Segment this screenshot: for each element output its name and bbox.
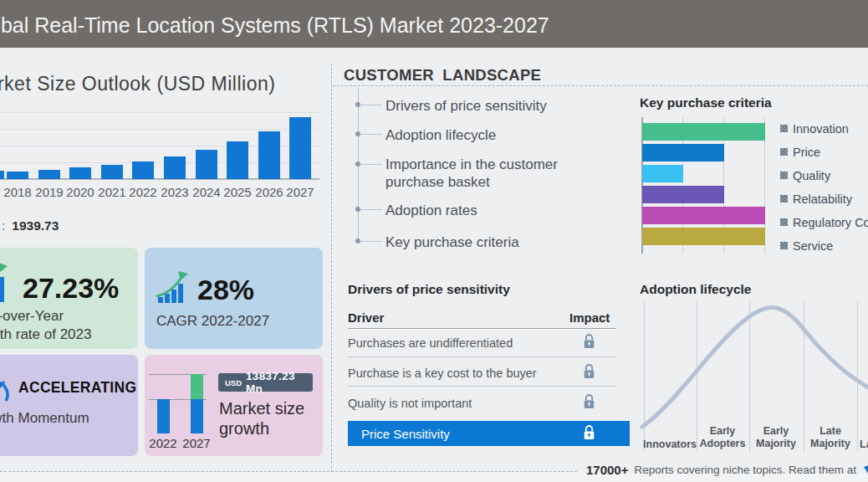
hbar-innovation — [642, 123, 765, 141]
bar-2022 — [132, 162, 154, 179]
bar-2026 — [258, 131, 280, 179]
cagr-value: 28% — [197, 274, 254, 306]
annotation-value: 1939.73 — [12, 218, 59, 233]
landscape-item: Adoption rates — [385, 202, 477, 219]
yoy-caption: Year-over-Year growth rate of 2023 — [0, 307, 103, 344]
legend-label: Regulatory Compliance — [793, 216, 868, 229]
badge-value: 13837.23 Mn — [246, 370, 313, 395]
bar-icon-fragment — [0, 277, 4, 302]
hbar-price — [642, 144, 724, 162]
connector-branch — [360, 209, 382, 210]
year-tick: 2024 — [190, 185, 223, 199]
hbar-quality — [642, 165, 683, 182]
criteria-heading: Key purchase criteria — [640, 95, 772, 110]
legend-swatch-icon — [780, 125, 788, 132]
table-row: Purchase is a key cost to the buyer — [348, 367, 537, 380]
legend-label: Service — [793, 239, 833, 253]
growth-bar-2022 — [157, 399, 170, 433]
year-tick: 2023 — [158, 185, 191, 199]
legend-swatch-icon — [780, 218, 788, 226]
lock-icon — [583, 364, 595, 380]
year-tick: 2022 — [126, 185, 160, 199]
gauge-icon — [0, 375, 12, 405]
technavio-logo-icon[interactable] — [864, 464, 868, 476]
legend-swatch-icon — [780, 195, 788, 203]
gridline — [0, 129, 319, 130]
badge-currency: USD — [225, 378, 242, 387]
table-divider — [348, 328, 616, 329]
table-divider — [348, 356, 616, 357]
cagr-caption: CAGR 2022-2027 — [156, 312, 269, 331]
landscape-item: Importance in the customer purchase bask… — [385, 156, 576, 191]
stage-label: Early Majority — [751, 425, 801, 450]
customer-landscape-heading: CUSTOMER LANDSCAPE — [344, 66, 541, 85]
growth-caption: Market size growth — [219, 398, 321, 438]
growth-bar-2027-base — [191, 399, 203, 433]
price-sensitivity-highlight-row: Price Sensitivity — [348, 421, 630, 446]
bar-2020 — [69, 167, 91, 179]
table-divider — [348, 386, 616, 387]
growth-bar-2027-increment — [191, 374, 203, 399]
connector-branch — [360, 164, 382, 165]
legend-swatch-icon — [780, 148, 788, 156]
bar-2027 — [289, 117, 311, 179]
footer: 17000+ Reports covering niche topics. Re… — [586, 462, 868, 477]
bar-partial-left — [0, 171, 4, 179]
price-sensitivity-label: Price Sensitivity — [361, 427, 450, 441]
stage-label: Late Majority — [805, 425, 855, 450]
table-row: Quality is not important — [348, 397, 472, 410]
market-outlook-title: Market Size Outlook (USD Million) — [0, 73, 275, 95]
bar-2021 — [101, 165, 123, 179]
gridline — [0, 112, 319, 113]
lock-icon — [583, 394, 595, 410]
stage-label: Laggards — [860, 438, 868, 451]
hbar-regulatory-compliance — [642, 207, 765, 224]
growth-year-left: 2022 — [146, 436, 180, 450]
lock-icon — [583, 425, 595, 441]
lock-icon — [583, 334, 595, 350]
column-impact: Impact — [569, 310, 610, 325]
usd-growth-badge: USD 13837.23 Mn — [218, 373, 313, 392]
sensitivity-heading: Drivers of price sensitivity — [348, 282, 510, 297]
hbar-service — [642, 228, 765, 245]
column-driver: Driver — [348, 310, 384, 325]
connector-branch — [360, 105, 382, 105]
annotation-label: : — [2, 218, 5, 233]
year-tick: 2018 — [1, 185, 34, 199]
infographic-root: Global Real-Time Location Systems (RTLS)… — [0, 0, 868, 482]
hbar-relatability — [642, 186, 724, 203]
year-tick: 2020 — [64, 185, 97, 199]
legend-label: Price — [793, 146, 820, 159]
year-tick: 2027 — [283, 185, 317, 199]
connector-branch — [360, 134, 382, 135]
landscape-item: Key purchase criteria — [385, 233, 519, 251]
bar-2024 — [196, 150, 217, 179]
page-title: Global Real-Time Location Systems (RTLS)… — [0, 13, 549, 38]
year-tick: 2026 — [253, 185, 286, 199]
landscape-item: Drivers of price sensitivity — [385, 97, 547, 115]
footer-text: Reports covering niche topics. Read them… — [634, 464, 856, 476]
year-tick: 2025 — [221, 185, 254, 199]
footer-dashed-line — [0, 471, 577, 472]
connector-branch — [360, 241, 382, 242]
market-value-annotation: :1939.73 — [2, 218, 59, 233]
landscape-item: Adoption lifecycle — [385, 126, 496, 144]
growth-year-right: 2027 — [180, 436, 213, 450]
card-market-growth: 2022 2027 USD 13837.23 Mn Market size gr… — [145, 355, 323, 456]
vertical-dashed-divider — [331, 64, 332, 472]
rising-bars-icon — [155, 271, 191, 305]
legend-label: Quality — [793, 169, 830, 182]
year-tick: 2021 — [95, 185, 129, 199]
heading-dashed-line — [333, 85, 868, 86]
bar-2019 — [38, 170, 60, 179]
bar-2025 — [227, 141, 248, 179]
legend-label: Relatability — [793, 192, 852, 206]
stage-label: Early Adopters — [697, 425, 748, 450]
stage-label: Innovators — [641, 438, 699, 451]
bar-2018 — [7, 172, 28, 179]
yoy-value: 27.23% — [23, 272, 119, 305]
header-bar: Global Real-Time Location Systems (RTLS)… — [0, 0, 868, 48]
table-row: Purchases are undifferentiated — [348, 336, 513, 350]
year-tick: 2019 — [33, 185, 66, 199]
legend-label: Innovation — [793, 122, 849, 136]
